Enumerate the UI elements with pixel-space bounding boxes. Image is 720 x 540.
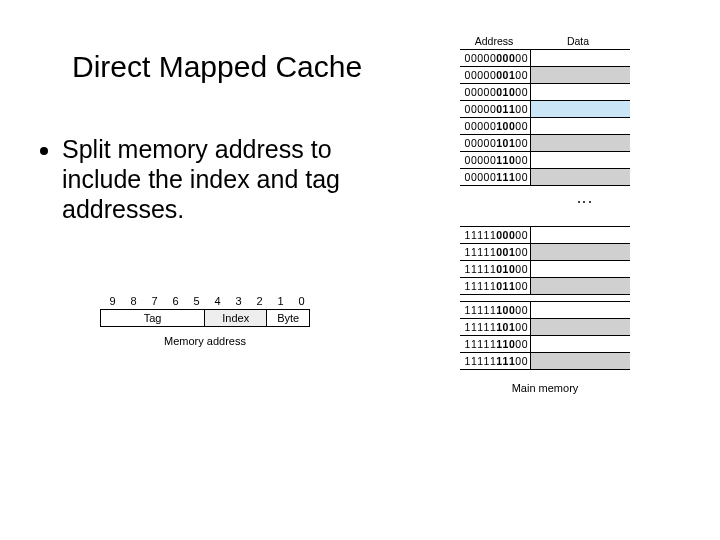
memory-data-cell bbox=[530, 135, 630, 151]
address-layout-diagram: 9876543210 Tag Index Byte Memory address bbox=[100, 295, 312, 347]
memory-row: 0000001000 bbox=[460, 84, 630, 101]
bit-label: 6 bbox=[165, 295, 186, 307]
memory-row: 0000011100 bbox=[460, 169, 630, 186]
memory-address-cell: 1111111000 bbox=[460, 338, 530, 350]
memory-row: 1111100000 bbox=[460, 227, 630, 244]
memory-row: 1111111100 bbox=[460, 353, 630, 370]
bit-label: 8 bbox=[123, 295, 144, 307]
memory-data-cell bbox=[530, 353, 630, 369]
bit-label: 4 bbox=[207, 295, 228, 307]
memory-address-cell: 1111101100 bbox=[460, 280, 530, 292]
slide-title: Direct Mapped Cache bbox=[72, 50, 362, 84]
bit-label: 7 bbox=[144, 295, 165, 307]
field-index: Index bbox=[205, 310, 267, 326]
memory-data-cell bbox=[530, 319, 630, 335]
memory-block-1: 0000000000000000010000000010000000001100… bbox=[460, 49, 630, 186]
main-memory-diagram: Address Data 000000000000000001000000001… bbox=[460, 35, 630, 394]
field-byte: Byte bbox=[267, 310, 309, 326]
bit-label: 9 bbox=[102, 295, 123, 307]
memory-address-cell: 1111111100 bbox=[460, 355, 530, 367]
bullet-text: Split memory address to include the inde… bbox=[62, 134, 382, 224]
field-tag: Tag bbox=[101, 310, 205, 326]
memory-address-cell: 1111110100 bbox=[460, 321, 530, 333]
memory-row: 0000010000 bbox=[460, 118, 630, 135]
memory-row: 1111101000 bbox=[460, 261, 630, 278]
memory-address-cell: 0000011100 bbox=[460, 171, 530, 183]
memory-data-cell bbox=[530, 101, 630, 117]
memory-data-cell bbox=[530, 50, 630, 66]
memory-row: 1111111000 bbox=[460, 336, 630, 353]
memory-row: 1111110000 bbox=[460, 302, 630, 319]
memory-data-cell bbox=[530, 152, 630, 168]
memory-headers: Address Data bbox=[460, 35, 630, 47]
memory-address-cell: 0000001000 bbox=[460, 86, 530, 98]
address-fields: Tag Index Byte bbox=[100, 309, 310, 327]
memory-row: 0000010100 bbox=[460, 135, 630, 152]
memory-data-cell bbox=[530, 118, 630, 134]
memory-row: 1111110100 bbox=[460, 319, 630, 336]
memory-row: 1111101100 bbox=[460, 278, 630, 295]
memory-data-cell bbox=[530, 302, 630, 318]
memory-address-cell: 0000000000 bbox=[460, 52, 530, 64]
memory-data-cell bbox=[530, 84, 630, 100]
bit-label: 3 bbox=[228, 295, 249, 307]
memory-row: 1111100100 bbox=[460, 244, 630, 261]
memory-address-cell: 1111100100 bbox=[460, 246, 530, 258]
memory-data-cell bbox=[530, 227, 630, 243]
memory-address-cell: 1111100000 bbox=[460, 229, 530, 241]
memory-row: 0000001100 bbox=[460, 101, 630, 118]
ellipsis-icon: ⋮ bbox=[575, 194, 594, 208]
bit-label: 0 bbox=[291, 295, 312, 307]
memory-address-cell: 1111110000 bbox=[460, 304, 530, 316]
memory-address-cell: 0000001100 bbox=[460, 103, 530, 115]
memory-data-cell bbox=[530, 278, 630, 294]
slide-bullet: Split memory address to include the inde… bbox=[34, 134, 382, 224]
memory-row: 0000000000 bbox=[460, 50, 630, 67]
bit-label: 2 bbox=[249, 295, 270, 307]
memory-address-cell: 0000010100 bbox=[460, 137, 530, 149]
bit-label: 1 bbox=[270, 295, 291, 307]
memory-data-cell bbox=[530, 336, 630, 352]
memory-data-cell bbox=[530, 261, 630, 277]
header-data: Data bbox=[528, 35, 628, 47]
memory-caption: Main memory bbox=[460, 382, 630, 394]
bit-label: 5 bbox=[186, 295, 207, 307]
memory-row: 0000011000 bbox=[460, 152, 630, 169]
memory-data-cell bbox=[530, 169, 630, 185]
memory-address-cell: 0000011000 bbox=[460, 154, 530, 166]
memory-data-cell bbox=[530, 67, 630, 83]
bit-labels-row: 9876543210 bbox=[100, 295, 312, 307]
header-address: Address bbox=[460, 35, 528, 47]
memory-address-cell: 0000000100 bbox=[460, 69, 530, 81]
memory-row: 0000000100 bbox=[460, 67, 630, 84]
memory-address-cell: 0000010000 bbox=[460, 120, 530, 132]
address-layout-caption: Memory address bbox=[100, 335, 310, 347]
memory-address-cell: 1111101000 bbox=[460, 263, 530, 275]
memory-block-2: 1111100000111110010011111010001111101100… bbox=[460, 226, 630, 370]
memory-gap: ⋮ bbox=[460, 186, 630, 226]
memory-data-cell bbox=[530, 244, 630, 260]
